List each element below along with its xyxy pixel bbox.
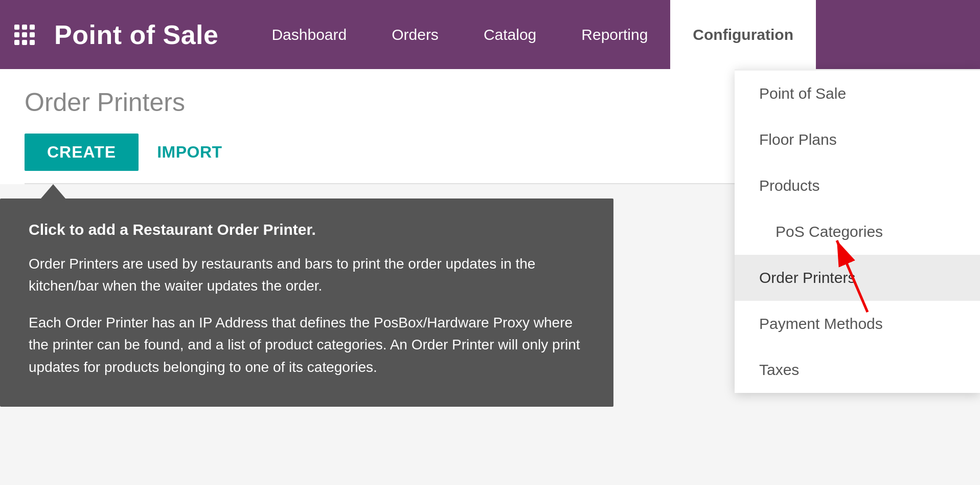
popover-body-2: Each Order Printer has an IP Address tha…: [29, 312, 585, 378]
import-button[interactable]: IMPORT: [139, 134, 240, 171]
dropdown-item-floor-plans[interactable]: Floor Plans: [735, 117, 980, 163]
popover-box: Click to add a Restaurant Order Printer.…: [0, 199, 613, 407]
top-navigation: Point of Sale Dashboard Orders Catalog R…: [0, 0, 980, 69]
nav-reporting[interactable]: Reporting: [559, 0, 670, 69]
nav-configuration[interactable]: Configuration: [670, 0, 816, 69]
nav-dashboard[interactable]: Dashboard: [249, 0, 369, 69]
dropdown-item-point-of-sale[interactable]: Point of Sale: [735, 71, 980, 117]
dropdown-item-order-printers[interactable]: Order Printers: [735, 255, 980, 301]
grid-icon: [14, 25, 35, 45]
dropdown-item-taxes[interactable]: Taxes: [735, 347, 980, 393]
dropdown-item-payment-methods[interactable]: Payment Methods: [735, 301, 980, 347]
app-title[interactable]: Point of Sale: [54, 19, 218, 50]
dropdown-item-products[interactable]: Products: [735, 163, 980, 209]
create-button[interactable]: CREATE: [25, 134, 139, 171]
nav-links: Dashboard Orders Catalog Reporting Confi…: [249, 0, 980, 69]
apps-icon[interactable]: [0, 24, 54, 45]
nav-catalog[interactable]: Catalog: [461, 0, 559, 69]
nav-orders[interactable]: Orders: [369, 0, 461, 69]
popover-arrow: [41, 184, 65, 199]
popover-body-1: Order Printers are used by restaurants a…: [29, 253, 585, 297]
popover-title: Click to add a Restaurant Order Printer.: [29, 221, 585, 238]
configuration-dropdown: Point of Sale Floor Plans Products PoS C…: [735, 69, 980, 393]
dropdown-item-pos-categories[interactable]: PoS Categories: [735, 209, 980, 255]
